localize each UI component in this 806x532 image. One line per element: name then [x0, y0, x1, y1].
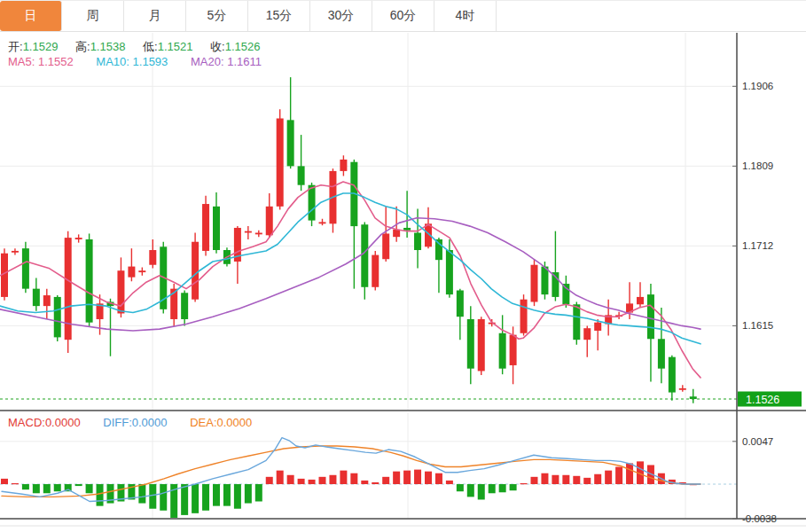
candles-layer: [1, 77, 697, 403]
svg-text:1.1615: 1.1615: [742, 320, 773, 331]
svg-text:1.1809: 1.1809: [742, 160, 773, 171]
chart-canvas[interactable]: 1.19061.18091.17121.16150.0047-0.00381.1…: [0, 0, 806, 532]
svg-text:1.1906: 1.1906: [742, 81, 773, 91]
ma-line-ma5: [0, 182, 700, 378]
svg-text:-0.0038: -0.0038: [742, 513, 777, 524]
macd-histogram: [1, 461, 697, 518]
svg-text:0.0047: 0.0047: [742, 436, 773, 447]
ma-line-ma10: [0, 193, 700, 344]
svg-text:1.1526: 1.1526: [746, 394, 779, 406]
ma-line-ma20: [0, 218, 700, 331]
dea-line: [2, 446, 700, 497]
gridlines: [0, 33, 737, 519]
current-price-tag: 1.1526: [738, 392, 802, 407]
svg-text:1.1712: 1.1712: [742, 240, 773, 251]
y-axis-labels: 1.19061.18091.17121.16150.0047-0.0038: [732, 81, 777, 524]
trading-chart-app: 日 周 月 5分 15分 30分 60分 4时 1.19061.18091.17…: [0, 0, 806, 532]
